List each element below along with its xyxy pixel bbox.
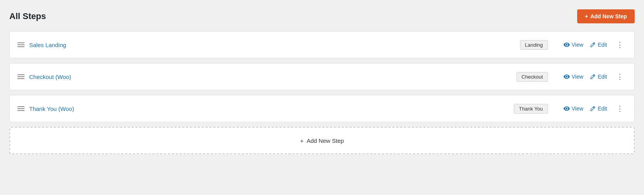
view-label: View xyxy=(572,74,583,80)
step-name[interactable]: Thank You (Woo) xyxy=(29,105,514,112)
view-button[interactable]: View xyxy=(564,72,583,81)
add-new-step-button[interactable]: + Add New Step xyxy=(577,9,635,23)
step-actions: View Edit ⋮ xyxy=(564,40,627,50)
more-options-button[interactable]: ⋮ xyxy=(613,104,627,114)
edit-button[interactable]: Edit xyxy=(590,104,607,113)
more-options-button[interactable]: ⋮ xyxy=(613,40,627,50)
edit-label: Edit xyxy=(598,42,607,48)
edit-label: Edit xyxy=(598,74,607,80)
footer-add-step-label: Add New Step xyxy=(307,137,344,144)
drag-handle[interactable] xyxy=(17,106,24,111)
page-title: All Steps xyxy=(9,11,46,21)
eye-icon xyxy=(564,42,570,48)
more-options-button[interactable]: ⋮ xyxy=(613,72,627,82)
eye-icon xyxy=(564,74,570,80)
step-name[interactable]: Sales Landing xyxy=(29,42,520,48)
step-row: Thank You (Woo) Thank You View xyxy=(9,95,635,122)
plus-icon: + xyxy=(585,13,588,19)
pencil-icon xyxy=(590,42,596,48)
view-label: View xyxy=(572,105,583,112)
eye-icon xyxy=(564,105,570,112)
edit-label: Edit xyxy=(598,105,607,112)
view-label: View xyxy=(572,42,583,48)
drag-handle[interactable] xyxy=(17,42,24,47)
step-name[interactable]: Checkout (Woo) xyxy=(29,74,517,80)
view-button[interactable]: View xyxy=(564,104,583,113)
step-badge: Checkout xyxy=(517,72,548,82)
footer-plus-icon: + xyxy=(300,137,304,144)
drag-handle[interactable] xyxy=(17,74,24,79)
view-button[interactable]: View xyxy=(564,40,583,49)
step-badge: Landing xyxy=(520,40,548,50)
step-badge: Thank You xyxy=(514,104,548,114)
step-actions: View Edit ⋮ xyxy=(564,104,627,114)
page-header: All Steps + Add New Step xyxy=(9,9,635,23)
add-new-step-footer[interactable]: + Add New Step xyxy=(9,127,635,154)
pencil-icon xyxy=(590,105,596,112)
steps-list: Sales Landing Landing View xyxy=(9,31,635,122)
step-actions: View Edit ⋮ xyxy=(564,72,627,82)
pencil-icon xyxy=(590,74,596,80)
step-row: Checkout (Woo) Checkout View xyxy=(9,63,635,90)
step-row: Sales Landing Landing View xyxy=(9,31,635,58)
edit-button[interactable]: Edit xyxy=(590,40,607,49)
edit-button[interactable]: Edit xyxy=(590,72,607,81)
